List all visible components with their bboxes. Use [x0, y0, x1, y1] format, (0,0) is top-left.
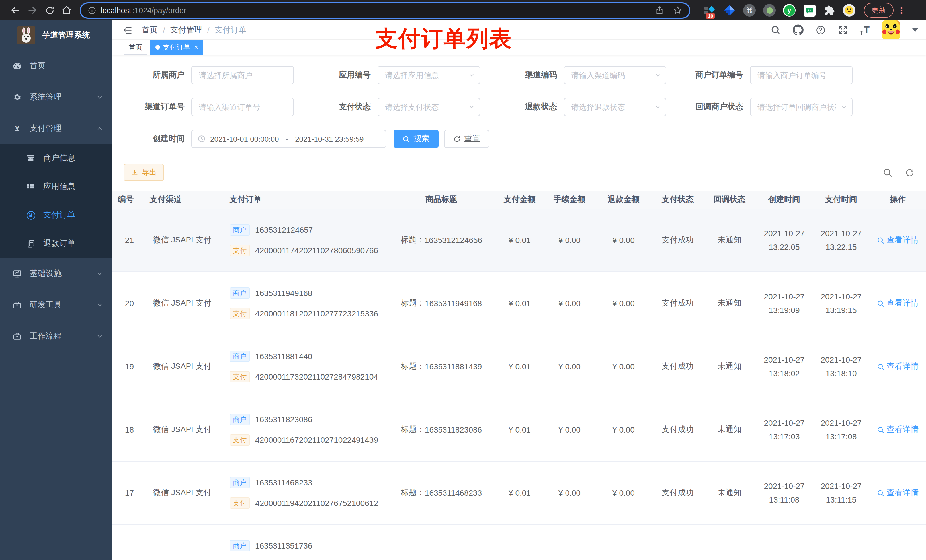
- cell-pay-status: 支付成功: [652, 398, 703, 461]
- store-icon: [26, 154, 35, 163]
- view-detail-link[interactable]: 查看详情: [877, 488, 918, 498]
- browser-home-icon[interactable]: [58, 2, 75, 19]
- browser-menu-icon[interactable]: ⋮: [897, 5, 906, 16]
- help-icon[interactable]: [815, 25, 826, 35]
- address-bar[interactable]: localhost:1024/pay/order: [80, 2, 690, 18]
- table-search-icon[interactable]: [883, 168, 893, 177]
- cell-fee-amount: ¥ 0.00: [544, 335, 595, 398]
- cell-refund-amount: ¥ 0.00: [595, 209, 652, 272]
- cell-action: 查看详情: [870, 462, 926, 524]
- extension-y-icon[interactable]: y: [782, 3, 796, 17]
- caret-down-icon[interactable]: [912, 28, 918, 32]
- extensions-puzzle-icon[interactable]: [822, 3, 836, 17]
- merchant-tag: 商户: [230, 477, 250, 488]
- sidebar-item-pay[interactable]: ¥ 支付管理: [0, 113, 112, 144]
- merchant-tag: 商户: [230, 350, 250, 362]
- pay-submenu: 商户信息 应用信息 ¥ 支付订单 退款订单: [0, 144, 112, 258]
- app-select[interactable]: [378, 66, 480, 84]
- active-dot: [156, 45, 160, 50]
- tab-home[interactable]: 首页: [124, 40, 147, 54]
- filter-callback-status: 回调商户状态: [687, 98, 874, 116]
- view-detail-link[interactable]: 查看详情: [877, 424, 918, 435]
- table-refresh-icon[interactable]: [905, 168, 915, 177]
- cell-channel: 微信 JSAPI 支付: [139, 209, 225, 272]
- cell-pay-time: 2021-10-2713:22:15: [813, 209, 870, 272]
- chevron-down-icon: [96, 94, 103, 100]
- briefcase-icon: [12, 332, 22, 341]
- tab-pay-order[interactable]: 支付订单 ×: [150, 40, 203, 54]
- reset-button[interactable]: 重置: [444, 130, 489, 148]
- cell-fee-amount: ¥ 0.00: [544, 209, 595, 272]
- cell-pay-amount: ¥ 0.01: [495, 272, 544, 335]
- share-icon[interactable]: [655, 6, 664, 15]
- cell-fee-amount: ¥ 0.00: [544, 398, 595, 461]
- browser-update-button[interactable]: 更新: [864, 3, 894, 18]
- search-icon[interactable]: [770, 25, 781, 35]
- extension-chat-icon[interactable]: [802, 3, 816, 17]
- sidebar-item-label: 支付订单: [43, 210, 75, 220]
- callback-status-select[interactable]: [750, 98, 853, 116]
- extension-kite-icon[interactable]: [723, 3, 736, 17]
- sidebar-item-app-info[interactable]: 应用信息: [0, 172, 112, 201]
- refund-status-select[interactable]: [564, 98, 666, 116]
- merchant-order-no-input[interactable]: [750, 66, 853, 84]
- date-range-picker[interactable]: 2021-10-01 00:00:00 - 2021-10-31 23:59:5…: [191, 130, 386, 148]
- table-row: 20 微信 JSAPI 支付 商户1635311949168 支付4200001…: [112, 272, 926, 335]
- sidebar-item-dev-tools[interactable]: 研发工具: [0, 289, 112, 320]
- search-icon: [877, 363, 884, 370]
- toolbox-icon: [12, 300, 22, 309]
- fullscreen-icon[interactable]: [837, 25, 848, 35]
- site-info-icon[interactable]: [88, 6, 96, 15]
- close-icon[interactable]: ×: [194, 43, 198, 51]
- sidebar-item-label: 基础设施: [30, 268, 62, 279]
- channel-order-no-input[interactable]: [191, 98, 294, 116]
- breadcrumb-pay[interactable]: 支付管理: [170, 25, 202, 35]
- extension-emoji-icon[interactable]: [842, 3, 856, 17]
- export-button[interactable]: 导出: [124, 164, 164, 181]
- view-detail-link[interactable]: 查看详情: [877, 235, 918, 245]
- cell-refund-amount: [595, 525, 652, 560]
- sidebar-item-workflow[interactable]: 工作流程: [0, 320, 112, 352]
- view-detail-link[interactable]: 查看详情: [877, 361, 918, 371]
- cell-callback-status: 未通知: [703, 335, 756, 398]
- filter-form: 所属商户 应用编号 渠道编码: [112, 55, 926, 162]
- cell-title: 标题：1635312124656: [387, 209, 495, 272]
- search-icon: [877, 426, 884, 433]
- bookmark-star-icon[interactable]: [673, 6, 682, 15]
- sidebar-item-system[interactable]: 系统管理: [0, 82, 112, 113]
- merchant-input[interactable]: [191, 66, 294, 84]
- cell-refund-amount: ¥ 0.00: [595, 398, 652, 461]
- browser-chrome: localhost:1024/pay/order 10 ⌘: [0, 0, 926, 21]
- cell-pay-amount: [495, 525, 544, 560]
- view-detail-link[interactable]: 查看详情: [877, 298, 918, 308]
- breadcrumb-home[interactable]: 首页: [142, 25, 158, 35]
- channel-code-select[interactable]: [564, 66, 666, 84]
- filter-pay-status: 支付状态: [315, 98, 501, 116]
- extension-command-icon[interactable]: ⌘: [743, 3, 756, 17]
- avatar[interactable]: [882, 21, 900, 39]
- cell-pay-time: [813, 525, 870, 560]
- search-button[interactable]: 搜索: [393, 130, 439, 148]
- extension-recorder-icon[interactable]: [763, 3, 776, 17]
- sidebar-item-pay-order[interactable]: ¥ 支付订单: [0, 201, 112, 229]
- github-icon[interactable]: [793, 24, 803, 35]
- browser-back-icon[interactable]: [7, 2, 24, 19]
- sidebar-item-infra[interactable]: 基础设施: [0, 258, 112, 289]
- app-logo-row: 芋道管理系统: [0, 21, 112, 50]
- extension-blue-diamond-icon[interactable]: 10: [703, 3, 716, 17]
- table-row: 商户1635311351736 支付: [112, 525, 926, 560]
- cell-action: 查看详情: [870, 209, 926, 272]
- browser-forward-icon[interactable]: [24, 2, 41, 19]
- font-size-icon[interactable]: TT: [859, 24, 870, 36]
- cell-refund-amount: ¥ 0.00: [595, 272, 652, 335]
- cell-create-time: 2021-10-2713:18:02: [756, 335, 813, 398]
- browser-reload-icon[interactable]: [41, 2, 58, 19]
- sidebar-item-refund-order[interactable]: 退款订单: [0, 229, 112, 258]
- sidebar-item-home[interactable]: 首页: [0, 50, 112, 82]
- pay-status-select[interactable]: [378, 98, 480, 116]
- sidebar-item-merchant-info[interactable]: 商户信息: [0, 144, 112, 172]
- pay-tag: 支付: [230, 497, 250, 509]
- col-pay-amount: 支付金额: [495, 191, 544, 209]
- sidebar-fold-icon[interactable]: [123, 25, 133, 35]
- col-pay-time: 支付时间: [813, 191, 870, 209]
